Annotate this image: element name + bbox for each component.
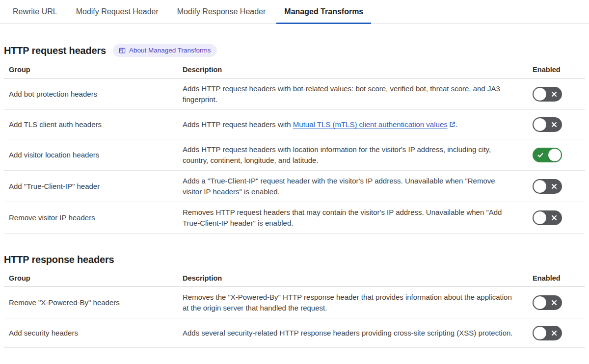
x-icon [551,330,558,337]
toggle-remove-visitor-ip-headers[interactable] [533,210,562,225]
row-group: Add visitor location headers [4,151,183,159]
response-headers-title: HTTP response headers [4,254,114,265]
row-toggle-cell [530,179,585,194]
toggle-knob [534,118,546,131]
column-header-enabled: Enabled [530,274,585,282]
request-headers-title: HTTP request headers [4,45,106,56]
toggle-knob [534,296,546,309]
toggle-knob [548,149,561,161]
x-icon [551,91,558,98]
row-group: Add bot protection headers [4,90,183,98]
row-toggle-cell [530,148,585,162]
row-description: Adds HTTP request headers with bot-relat… [183,83,530,104]
x-icon [551,183,558,190]
tab-modify-response-header[interactable]: Modify Response Header [169,6,274,24]
response-table-body: Remove "X-Powered-By" headers Removes th… [4,287,585,348]
toggle-add-visitor-location-headers[interactable] [533,148,562,162]
external-link-icon [449,121,455,128]
toggle-add-true-client-ip-header[interactable] [533,179,562,194]
table-row: Remove "X-Powered-By" headers Removes th… [4,287,585,318]
about-managed-transforms-badge[interactable]: About Managed Transforms [113,44,217,57]
column-header-description: Description [183,274,530,282]
table-row: Add TLS client auth headers Adds HTTP re… [4,110,585,139]
tab-rewrite-url[interactable]: Rewrite URL [5,6,65,24]
row-description: Adds several security-related HTTP respo… [183,328,530,338]
toggle-remove-x-powered-by-headers[interactable] [533,295,562,310]
x-icon [551,214,558,221]
toggle-add-tls-client-auth-headers[interactable] [533,117,562,132]
row-group: Add TLS client auth headers [4,120,183,129]
table-row: Add bot protection headers Adds HTTP req… [4,78,585,110]
column-header-description: Description [183,66,530,74]
row-toggle-cell [530,210,585,225]
row-group: Remove visitor IP headers [4,213,183,222]
toggle-knob [534,211,546,224]
request-headers-section: HTTP request headers About Managed Trans… [4,44,585,234]
toggle-add-security-headers[interactable] [533,326,562,340]
table-row: Add "True-Client-IP" header Adds a "True… [4,171,585,202]
request-table-body: Add bot protection headers Adds HTTP req… [4,78,585,234]
row-description: Adds a "True-Client-IP" request header w… [183,176,530,197]
tab-bar: Rewrite URL Modify Request Header Modify… [0,0,589,24]
table-row: Remove visitor IP headers Removes HTTP r… [4,202,585,234]
check-icon [536,151,544,159]
toggle-knob [534,88,546,101]
badge-label: About Managed Transforms [129,46,211,55]
row-toggle-cell [530,326,585,340]
tab-modify-request-header[interactable]: Modify Request Header [68,6,166,24]
toggle-knob [534,180,546,193]
toggle-knob [534,327,546,339]
toggle-add-bot-protection-headers[interactable] [533,87,562,102]
column-header-group: Group [4,274,183,282]
row-description: Adds HTTP request headers with Mutual TL… [183,119,530,130]
row-toggle-cell [530,87,585,102]
row-description: Adds HTTP request headers with location … [183,144,530,165]
link-mutual-tls-mtls-client-authent[interactable]: Mutual TLS (mTLS) client authentication … [293,120,448,129]
response-headers-section: HTTP response headers Group Description … [4,254,585,348]
row-toggle-cell [530,117,585,132]
x-icon [551,299,558,306]
tab-managed-transforms[interactable]: Managed Transforms [276,6,371,24]
response-table-header: Group Description Enabled [4,274,585,287]
book-icon [119,47,126,54]
row-group: Add "True-Client-IP" header [4,182,183,190]
table-row: Add security headers Adds several securi… [4,318,585,348]
row-group: Add security headers [4,329,183,337]
row-toggle-cell [530,295,585,310]
column-header-group: Group [4,66,183,74]
column-header-enabled: Enabled [530,66,585,74]
x-icon [551,121,558,128]
table-row: Add visitor location headers Adds HTTP r… [4,139,585,171]
row-description: Removes the "X-Powered-By" HTTP response… [183,292,530,313]
row-group: Remove "X-Powered-By" headers [4,298,183,307]
row-description: Removes HTTP request headers that may co… [183,207,530,228]
request-table-header: Group Description Enabled [4,66,585,78]
